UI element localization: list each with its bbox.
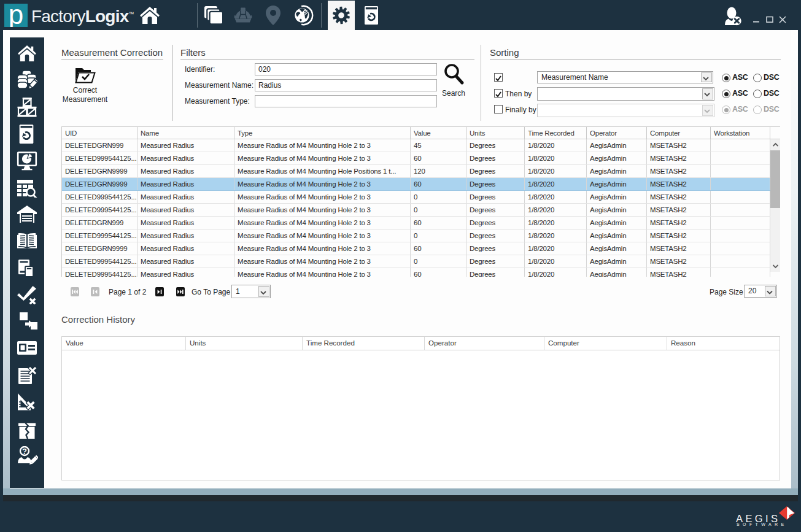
svg-text:?: ? (22, 447, 27, 456)
